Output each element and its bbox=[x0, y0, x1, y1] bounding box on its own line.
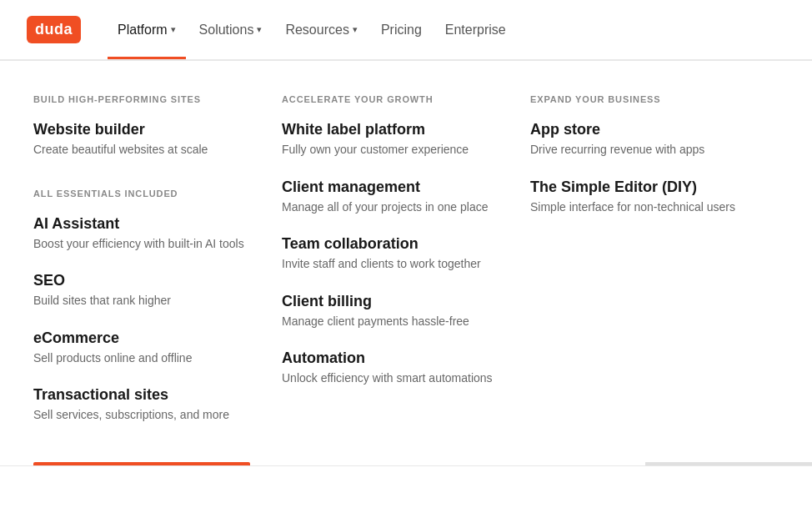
menu-item-desc: Sell services, subscriptions, and more bbox=[33, 407, 265, 424]
menu-item-desc: Sell products online and offline bbox=[33, 350, 265, 367]
menu-item-app-store[interactable]: App store Drive recurring revenue with a… bbox=[530, 121, 762, 158]
menu-item-title: Client billing bbox=[282, 293, 514, 310]
menu-item-team-collaboration[interactable]: Team collaboration Invite staff and clie… bbox=[282, 235, 514, 273]
menu-item-desc: Simple interface for non-technical users bbox=[530, 199, 762, 216]
menu-item-desc: Manage client payments hassle-free bbox=[282, 314, 514, 330]
menu-item-desc: Drive recurring revenue with apps bbox=[530, 142, 762, 158]
menu-item-title: The Simple Editor (DIY) bbox=[530, 179, 762, 196]
chevron-down-icon: ▾ bbox=[353, 24, 358, 35]
nav-label-enterprise: Enterprise bbox=[445, 23, 506, 38]
nav-label-platform: Platform bbox=[118, 23, 168, 38]
menu-item-title: eCommerce bbox=[33, 329, 265, 347]
nav-item-pricing[interactable]: Pricing bbox=[371, 0, 432, 59]
menu-item-ai-assistant[interactable]: AI Assistant Boost your efficiency with … bbox=[33, 215, 265, 253]
nav-label-solutions: Solutions bbox=[199, 23, 254, 38]
chevron-down-icon: ▾ bbox=[171, 24, 176, 35]
col2-section-label: ACCELERATE YOUR GROWTH bbox=[282, 94, 514, 104]
menu-item-title: Transactional sites bbox=[33, 386, 265, 404]
menu-item-desc: Boost your efficiency with built-in AI t… bbox=[33, 236, 265, 253]
chevron-down-icon: ▾ bbox=[257, 24, 262, 35]
nav-label-pricing: Pricing bbox=[381, 23, 422, 38]
menu-item-title: Team collaboration bbox=[282, 235, 514, 253]
menu-item-white-label[interactable]: White label platform Fully own your cust… bbox=[282, 121, 514, 158]
bottom-bar-grey bbox=[645, 462, 812, 465]
menu-item-title: White label platform bbox=[282, 121, 514, 138]
menu-item-website-builder[interactable]: Website builder Create beautiful website… bbox=[33, 121, 265, 158]
menu-item-desc: Invite staff and clients to work togethe… bbox=[282, 256, 514, 273]
menu-item-seo[interactable]: SEO Build sites that rank higher bbox=[33, 272, 265, 309]
nav-label-resources: Resources bbox=[285, 23, 348, 38]
menu-item-automation[interactable]: Automation Unlock efficiency with smart … bbox=[282, 350, 514, 387]
menu-item-title: AI Assistant bbox=[33, 215, 265, 233]
col1-section1-label: BUILD HIGH-PERFORMING SITES bbox=[33, 94, 265, 104]
platform-dropdown: BUILD HIGH-PERFORMING SITES Website buil… bbox=[0, 60, 812, 466]
menu-item-client-management[interactable]: Client management Manage all of your pro… bbox=[282, 179, 514, 216]
dropdown-col-2: ACCELERATE YOUR GROWTH White label platf… bbox=[282, 94, 530, 424]
nav-item-platform[interactable]: Platform ▾ bbox=[108, 0, 186, 59]
navbar: duda Platform ▾ Solutions ▾ Resources ▾ … bbox=[0, 0, 812, 60]
menu-item-title: Automation bbox=[282, 350, 514, 367]
nav-item-resources[interactable]: Resources ▾ bbox=[275, 0, 367, 59]
col1-section2-label: ALL ESSENTIALS INCLUDED bbox=[33, 189, 265, 199]
menu-item-ecommerce[interactable]: eCommerce Sell products online and offli… bbox=[33, 329, 265, 367]
nav-items: Platform ▾ Solutions ▾ Resources ▾ Prici… bbox=[108, 0, 516, 59]
menu-item-desc: Create beautiful websites at scale bbox=[33, 142, 265, 158]
menu-item-desc: Build sites that rank higher bbox=[33, 293, 265, 309]
menu-item-transactional-sites[interactable]: Transactional sites Sell services, subsc… bbox=[33, 386, 265, 424]
dropdown-col-3: EXPAND YOUR BUSINESS App store Drive rec… bbox=[530, 94, 779, 424]
menu-item-desc: Fully own your customer experience bbox=[282, 142, 514, 158]
menu-item-simple-editor[interactable]: The Simple Editor (DIY) Simple interface… bbox=[530, 179, 762, 216]
logo[interactable]: duda bbox=[27, 16, 81, 43]
menu-item-title: App store bbox=[530, 121, 762, 138]
menu-item-client-billing[interactable]: Client billing Manage client payments ha… bbox=[282, 293, 514, 330]
dropdown-col-1: BUILD HIGH-PERFORMING SITES Website buil… bbox=[33, 94, 282, 424]
menu-item-desc: Unlock efficiency with smart automations bbox=[282, 370, 514, 387]
menu-item-desc: Manage all of your projects in one place bbox=[282, 199, 514, 216]
col3-section-label: EXPAND YOUR BUSINESS bbox=[530, 94, 762, 104]
nav-item-enterprise[interactable]: Enterprise bbox=[435, 0, 516, 59]
menu-item-title: SEO bbox=[33, 272, 265, 289]
bottom-bar-orange bbox=[33, 462, 250, 465]
menu-item-title: Website builder bbox=[33, 121, 265, 138]
menu-item-title: Client management bbox=[282, 179, 514, 196]
nav-item-solutions[interactable]: Solutions ▾ bbox=[189, 0, 273, 59]
